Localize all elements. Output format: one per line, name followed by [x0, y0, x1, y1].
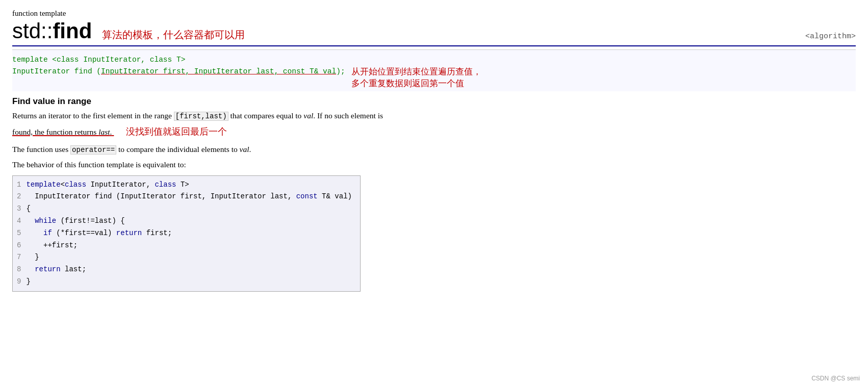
line-code: template<class InputIterator, class T>	[26, 179, 352, 191]
code-token: last;	[61, 265, 86, 273]
desc-part3: . If no such element is	[313, 111, 383, 120]
line-number: 9	[13, 276, 26, 288]
line-code: if (*first==val) return first;	[26, 227, 352, 240]
line-number: 2	[13, 191, 26, 203]
desc-val-italic: val	[303, 111, 313, 120]
code-token: {	[26, 204, 30, 213]
code-block-table: 1template<class InputIterator, class T>2…	[13, 179, 352, 288]
code-token: return	[116, 229, 142, 237]
table-row: 5 if (*first==val) return first;	[13, 227, 352, 240]
signature-line1: template <class InputIterator, class T>	[12, 54, 856, 66]
desc-range-code: [first,last)	[174, 112, 228, 121]
desc-line2-underline: found, the function returns last.	[12, 127, 114, 136]
code-token: const	[296, 192, 318, 200]
table-row: 7 }	[13, 251, 352, 264]
line-code: }	[26, 251, 352, 264]
code-token	[26, 265, 35, 273]
desc-last-italic: last	[98, 127, 110, 136]
header-section: function template std::find 算法的模板，什么容器都可…	[12, 9, 856, 46]
table-row: 2 InputIterator find (InputIterator firs…	[13, 191, 352, 203]
code-token: class	[155, 181, 176, 189]
code-block-body: 1template<class InputIterator, class T>2…	[13, 179, 352, 288]
code-token: if	[43, 229, 52, 237]
line-number: 3	[13, 203, 26, 215]
chinese-subtitle: 算法的模板，什么容器都可以用	[102, 28, 245, 42]
desc-part1: Returns an iterator to the first element…	[12, 111, 174, 120]
code-token: class	[65, 181, 86, 189]
code-token	[26, 229, 43, 237]
desc-period: .	[110, 127, 112, 136]
line-number: 7	[13, 251, 26, 264]
line-code: }	[26, 276, 352, 288]
code-token: <	[61, 181, 65, 189]
sig-line2: InputIterator find (InputIterator first,…	[12, 66, 345, 78]
description-paragraph1: Returns an iterator to the first element…	[12, 110, 856, 122]
desc-part2: that compares equal to	[228, 111, 304, 120]
no-find-comment: 没找到值就返回最后一个	[126, 126, 227, 137]
sig-line2-suffix: );	[336, 67, 345, 75]
code-token: InputIterator find (InputIterator first,…	[26, 192, 296, 200]
operator-code: operator==	[70, 145, 116, 155]
line-number: 6	[13, 240, 26, 252]
operator-period: .	[249, 145, 251, 153]
code-token: return	[35, 265, 60, 273]
sig-comment-line1: 从开始位置到结束位置遍历查值，	[351, 67, 481, 76]
code-token: template	[26, 181, 60, 189]
line-code: {	[26, 203, 352, 215]
sig-line2-params: InputIterator first, InputIterator last,…	[101, 67, 336, 75]
line-number: 5	[13, 227, 26, 240]
sig-comment: 从开始位置到结束位置遍历查值， 多个重复数据则返回第一个值	[351, 66, 481, 89]
line-code: while (first!=last) {	[26, 215, 352, 227]
code-token: }	[26, 253, 39, 261]
signature-line2-row: InputIterator find (InputIterator first,…	[12, 66, 856, 89]
behavior-paragraph: The behavior of this function template i…	[12, 160, 856, 169]
sig-line2-prefix: InputIterator find (	[12, 67, 101, 75]
code-token: first;	[142, 229, 172, 237]
operator-paragraph: The function uses operator== to compare …	[12, 143, 856, 156]
line-code: InputIterator find (InputIterator first,…	[26, 191, 352, 203]
code-token: T& val)	[318, 192, 352, 200]
table-row: 9}	[13, 276, 352, 288]
code-token: }	[26, 277, 30, 286]
operator-text2: to compare the individual elements to	[116, 145, 239, 153]
line-number: 8	[13, 264, 26, 276]
code-token: (first!=last) {	[56, 217, 124, 225]
code-token: InputIterator,	[86, 181, 155, 189]
function-title: std::find	[12, 19, 92, 43]
title-row: std::find 算法的模板，什么容器都可以用 <algorithm>	[12, 19, 856, 46]
find-name: find	[53, 19, 92, 43]
sig-comment-line2: 多个重复数据则返回第一个值	[351, 78, 481, 89]
table-row: 6 ++first;	[13, 240, 352, 252]
sig-line1-text: template <class InputIterator, class T>	[12, 56, 185, 64]
table-row: 3{	[13, 203, 352, 215]
std-prefix: std::	[12, 19, 53, 43]
function-type-label: function template	[12, 9, 856, 18]
code-token: while	[35, 217, 56, 225]
code-token: ++first;	[26, 241, 78, 249]
description-paragraph2: found, the function returns last. 没找到值就返…	[12, 124, 856, 139]
desc-line2: found, the function returns	[12, 127, 98, 136]
operator-text1: The function uses	[12, 145, 70, 153]
code-block-container: 1template<class InputIterator, class T>2…	[12, 175, 361, 292]
code-token: (*first==val)	[52, 229, 116, 237]
table-row: 1template<class InputIterator, class T>	[13, 179, 352, 191]
table-row: 4 while (first!=last) {	[13, 215, 352, 227]
line-code: return last;	[26, 264, 352, 276]
table-row: 8 return last;	[13, 264, 352, 276]
operator-val: val	[240, 145, 249, 153]
title-left: std::find 算法的模板，什么容器都可以用	[12, 19, 245, 43]
algorithm-tag: <algorithm>	[805, 32, 856, 41]
code-token	[26, 217, 35, 225]
signature-section: template <class InputIterator, class T> …	[12, 49, 856, 91]
find-value-heading: Find value in range	[12, 96, 856, 107]
code-token: T>	[176, 181, 189, 189]
line-code: ++first;	[26, 240, 352, 252]
line-number: 4	[13, 215, 26, 227]
line-number: 1	[13, 179, 26, 191]
